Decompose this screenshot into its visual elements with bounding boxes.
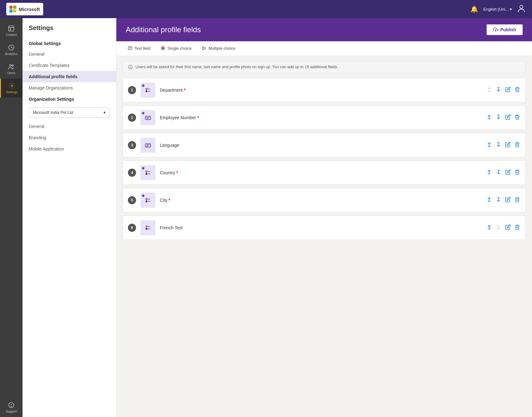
nav-analytics[interactable]: Analytics bbox=[0, 40, 23, 59]
choice-icon bbox=[144, 224, 151, 231]
svg-point-42 bbox=[146, 171, 147, 172]
sidebar-title: Settings bbox=[23, 24, 116, 38]
field-row: 5✱ City * bbox=[123, 188, 526, 212]
required-marker: * bbox=[197, 115, 199, 120]
sidebar-item-mobile-app[interactable]: Mobile Application bbox=[23, 143, 116, 155]
org-dropdown[interactable]: Microsoft India Pvt Ltd ▾ bbox=[29, 107, 110, 118]
tab-multiple-choice[interactable]: Multiple choice bbox=[197, 41, 241, 56]
field-number-2: 2 bbox=[128, 114, 136, 122]
svg-point-51 bbox=[146, 201, 147, 202]
tab-multiple-choice-label: Multiple choice bbox=[209, 46, 236, 51]
field-row: 3 Language bbox=[123, 133, 526, 157]
language-selector[interactable]: English (Uni... ▾ bbox=[483, 7, 512, 12]
move-down-button-5[interactable] bbox=[495, 197, 502, 204]
move-up-button-3[interactable] bbox=[486, 142, 492, 149]
text-field-icon bbox=[144, 114, 151, 121]
edit-button-3[interactable] bbox=[505, 142, 511, 149]
choice-icon bbox=[144, 169, 151, 176]
required-marker: * bbox=[184, 88, 185, 93]
delete-button-5[interactable] bbox=[514, 197, 520, 204]
edit-button-4[interactable] bbox=[505, 169, 511, 176]
svg-rect-37 bbox=[145, 144, 151, 147]
tab-text-field[interactable]: Text field bbox=[123, 41, 155, 56]
move-up-button-4[interactable] bbox=[486, 169, 492, 176]
move-down-button-6 bbox=[495, 224, 502, 231]
required-marker: * bbox=[176, 170, 178, 175]
move-down-button-1[interactable] bbox=[495, 87, 502, 94]
sidebar-item-cert-templates[interactable]: Certificate Templates bbox=[23, 60, 116, 71]
org-settings-title: Organization Settings bbox=[23, 94, 116, 104]
svg-point-5 bbox=[10, 65, 12, 67]
nav-settings-label: Settings bbox=[6, 90, 17, 94]
user-icon[interactable] bbox=[517, 4, 526, 14]
nav-settings[interactable]: Settings bbox=[0, 79, 23, 98]
sidebar-item-org-general[interactable]: General bbox=[23, 121, 116, 132]
edit-button-6[interactable] bbox=[505, 224, 511, 231]
org-dropdown-arrow: ▾ bbox=[104, 110, 106, 115]
required-star: ✱ bbox=[142, 194, 144, 198]
field-number-3: 3 bbox=[128, 141, 136, 149]
tab-single-choice[interactable]: Single choice bbox=[155, 41, 196, 56]
field-actions-6 bbox=[486, 224, 520, 231]
svg-rect-32 bbox=[145, 116, 151, 120]
required-star: ✱ bbox=[142, 111, 144, 115]
logo-text: Microsoft bbox=[19, 7, 40, 12]
field-actions-1 bbox=[486, 87, 520, 94]
nav-analytics-label: Analytics bbox=[5, 52, 18, 56]
tab-bar: Text field Single choice Multiple choice bbox=[116, 41, 532, 56]
publish-label: Publish bbox=[500, 27, 516, 32]
tab-text-field-label: Text field bbox=[134, 46, 150, 51]
field-row: 6 French Test bbox=[123, 216, 526, 240]
move-up-button-5[interactable] bbox=[486, 197, 492, 204]
edit-button-2[interactable] bbox=[505, 114, 511, 121]
move-down-button-3[interactable] bbox=[495, 142, 502, 149]
edit-button-1[interactable] bbox=[505, 87, 511, 94]
microsoft-logo: Microsoft bbox=[6, 3, 43, 15]
field-number-5: 5 bbox=[128, 196, 136, 204]
info-icon bbox=[128, 64, 133, 69]
fields-area: 1✱ Department *2✱ Employee Number *3 Lan… bbox=[116, 73, 532, 417]
delete-button-3[interactable] bbox=[514, 142, 520, 149]
nav-content[interactable]: Content bbox=[0, 21, 23, 40]
notification-icon[interactable]: 🔔 bbox=[470, 5, 478, 13]
field-row: 1✱ Department * bbox=[123, 78, 526, 102]
svg-point-59 bbox=[146, 228, 147, 230]
sidebar-item-manage-orgs[interactable]: Manage Organizations bbox=[23, 82, 116, 94]
field-icon-box-1: ✱ bbox=[140, 83, 155, 98]
move-down-button-2[interactable] bbox=[495, 114, 502, 121]
sidebar-item-branding[interactable]: Branding bbox=[23, 132, 116, 143]
delete-button-6[interactable] bbox=[514, 224, 520, 231]
required-star: ✱ bbox=[142, 84, 144, 88]
svg-point-7 bbox=[11, 85, 13, 87]
sidebar-item-additional-profile[interactable]: Additional profile fields bbox=[23, 71, 116, 82]
global-settings-title: Global Settings bbox=[23, 38, 116, 48]
content-header: Additional profile fields Publish bbox=[116, 18, 532, 41]
field-actions-2 bbox=[486, 114, 520, 121]
delete-button-1[interactable] bbox=[514, 87, 520, 94]
svg-point-16 bbox=[162, 47, 164, 49]
field-row: 2✱ Employee Number * bbox=[123, 105, 526, 130]
field-actions-4 bbox=[486, 169, 520, 176]
field-name-2: Employee Number * bbox=[160, 115, 482, 120]
language-arrow: ▾ bbox=[510, 7, 512, 12]
field-icon-box-4: ✱ bbox=[140, 165, 155, 180]
nav-support[interactable]: Support bbox=[6, 402, 17, 413]
delete-button-2[interactable] bbox=[514, 114, 520, 121]
nav-users[interactable]: Users bbox=[0, 59, 23, 79]
delete-button-4[interactable] bbox=[514, 169, 520, 176]
sidebar-item-general[interactable]: General bbox=[23, 48, 116, 60]
svg-point-23 bbox=[130, 68, 130, 68]
move-down-button-4[interactable] bbox=[495, 169, 502, 176]
publish-button[interactable]: Publish bbox=[487, 24, 523, 35]
main-layout: Content Analytics Users Settings Support… bbox=[0, 18, 532, 417]
topbar: Microsoft 🔔 English (Uni... ▾ bbox=[0, 0, 532, 18]
svg-point-10 bbox=[11, 406, 12, 407]
field-name-1: Department * bbox=[160, 88, 482, 93]
move-up-button-6[interactable] bbox=[486, 224, 492, 231]
move-up-button-2[interactable] bbox=[486, 114, 492, 121]
field-icon-box-6 bbox=[140, 220, 155, 235]
edit-button-5[interactable] bbox=[505, 197, 511, 204]
field-name-4: Country * bbox=[160, 170, 482, 175]
field-number-1: 1 bbox=[128, 86, 136, 94]
field-actions-5 bbox=[486, 197, 520, 204]
